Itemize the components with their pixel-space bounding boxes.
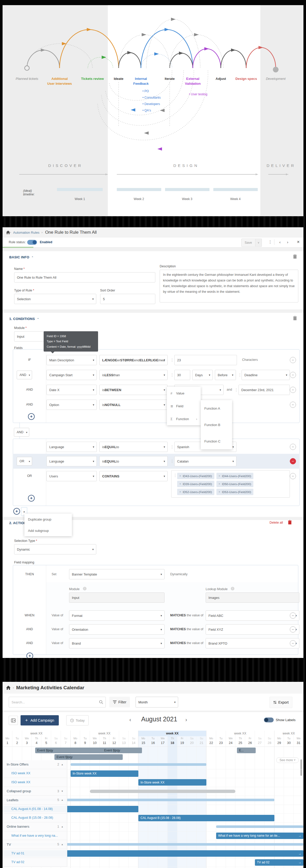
reference-select[interactable]: Deadline (242, 370, 290, 380)
date-input[interactable]: December 23rd, 2021 (239, 385, 290, 395)
name-input[interactable]: One Rule to Rule Them All (14, 272, 155, 282)
trash-icon-red[interactable] (288, 520, 292, 524)
scrollbar-thumb[interactable] (300, 760, 302, 776)
drag-handle[interactable]: ⋮ (234, 388, 237, 392)
sidebar-item-row[interactable]: TV ad 02 (3, 858, 67, 867)
collapse-group-icon[interactable]: ▲ (61, 799, 63, 801)
mapping-field-select[interactable]: Brand (69, 638, 164, 648)
campaign-link[interactable]: TV ad 01 (11, 851, 24, 855)
date-label[interactable]: 16 (148, 741, 158, 745)
kebab-menu-icon[interactable]: ⋮ (268, 240, 272, 244)
sidebar-item-row[interactable]: CAL August A (01.08 - 14.08) (3, 805, 67, 813)
user-chip[interactable]: ×ID53-Users-(Field200) (216, 489, 254, 495)
week-header-cell[interactable]: week XX (3, 731, 70, 736)
home-icon[interactable] (6, 686, 10, 690)
chip-remove-icon[interactable]: × (219, 483, 220, 485)
date-label[interactable]: 19 (177, 741, 187, 745)
delete-all-button[interactable]: Delete all (270, 521, 283, 524)
value-input[interactable]: 30 (174, 370, 190, 380)
reference-select[interactable]: Catalan (174, 456, 237, 466)
operator-select[interactable]: is BETWEEN (99, 385, 167, 395)
operator-select[interactable]: LÆNGDE er STØRRE end ELLER LIGE med (99, 355, 167, 365)
campaign-link[interactable]: CAL August A (01.08 - 14.08) (11, 807, 53, 811)
collapse-group-icon[interactable]: ▲ (61, 763, 63, 766)
date-label[interactable]: 12 (110, 741, 119, 745)
operator-select[interactable]: is EQUAL to (99, 442, 167, 452)
home-icon[interactable] (6, 230, 10, 234)
add-condition-button[interactable]: + (28, 413, 35, 420)
user-chip[interactable]: ×ID43-Users-(Field200) (177, 473, 214, 479)
event-bar[interactable]: E... (237, 748, 255, 753)
drag-handle[interactable]: ⋮ (173, 473, 176, 478)
mapping-target-select[interactable]: Field XYZ (206, 624, 299, 634)
drag-handle[interactable]: ⋮ (238, 373, 241, 377)
sidebar-group-row[interactable]: TV 5 ▲ (3, 840, 67, 849)
chips-container[interactable]: ⋮×ID43-Users-(Field200)×ID44-Users-(Fiel… (171, 470, 290, 498)
week-header-cell[interactable]: week XX (206, 731, 274, 736)
user-chip[interactable]: ×ID50-Users-(Field200) (216, 481, 254, 487)
menu-item-value[interactable]: #Value (167, 387, 201, 400)
group-name[interactable]: Collapsed group (7, 789, 31, 793)
field-select[interactable]: Users (47, 471, 97, 481)
week-header-cell[interactable]: week XX (139, 731, 206, 736)
date-label[interactable]: 5 (41, 741, 51, 745)
operator-select[interactable]: is LESS than (99, 370, 167, 380)
sidebar-group-row[interactable]: Collapsed group 3 ▼ (3, 787, 67, 796)
field-select[interactable]: Language (47, 442, 97, 452)
rule-status-toggle[interactable] (27, 240, 37, 245)
campaign-link[interactable]: TV ad 02 (11, 860, 24, 864)
field-select[interactable]: Main Description (47, 355, 97, 365)
remove-condition-button[interactable]: − (290, 458, 296, 464)
collapse-group-icon[interactable]: ▲ (61, 843, 63, 846)
remove-mapping-button[interactable]: − (290, 613, 296, 619)
mapping-field-select[interactable]: Orientation (69, 624, 164, 634)
description-textarea[interactable]: In the eighteenth century the German phi… (160, 270, 298, 303)
field-select[interactable]: Option (47, 400, 97, 410)
sidebar-item-row[interactable]: ISO week XX (3, 769, 67, 778)
date-label[interactable]: 18 (167, 741, 177, 745)
group-name[interactable]: In-Store Offers (7, 763, 29, 766)
add-campaign-button[interactable]: +Add Campaign (21, 715, 59, 725)
date-label[interactable]: 7 (61, 741, 70, 745)
event-bar[interactable]: Event fjlpqy (102, 748, 142, 753)
remove-mapping-button[interactable]: − (290, 626, 296, 632)
user-chip[interactable]: ×ID52-Users-(Field200) (177, 489, 214, 495)
date-label[interactable]: 17 (158, 741, 167, 745)
expand-group-icon[interactable]: ▼ (61, 790, 63, 793)
menu-item-duplicate-group[interactable]: Duplicate group (24, 514, 72, 525)
operator-select[interactable]: CONTAINS (99, 471, 167, 481)
drag-handle[interactable]: ⋮ (170, 459, 173, 464)
submenu-item[interactable]: Function A (201, 400, 232, 416)
export-button[interactable]: Export (270, 697, 293, 708)
date-label[interactable]: 29 (274, 741, 284, 745)
drag-handle[interactable]: ⋮ (170, 444, 173, 449)
date-label[interactable]: 26 (245, 741, 255, 745)
see-more-button[interactable]: See more ˅ (276, 757, 299, 763)
menu-item-function[interactable]: ΣFunction› (167, 412, 201, 425)
field-select[interactable]: Language (47, 456, 97, 466)
remove-condition-button[interactable]: − (290, 372, 296, 378)
date-label[interactable]: 10 (90, 741, 100, 745)
date-label[interactable]: 1 (3, 741, 12, 745)
group-name[interactable]: Leaflets (7, 798, 19, 802)
mapping-field-select[interactable]: Format (69, 611, 164, 621)
user-chip[interactable]: ×ID39-Users-(Field200) (177, 481, 214, 487)
date-label[interactable]: 13 (119, 741, 129, 745)
position-select[interactable]: Before (215, 370, 236, 380)
save-button[interactable]: Save (241, 239, 255, 247)
drag-handle[interactable]: ⋮ (170, 358, 173, 362)
date-label[interactable]: 20 (187, 741, 196, 745)
field-select[interactable]: Date X (47, 385, 97, 395)
type-of-rule-select[interactable]: Selection (14, 294, 96, 304)
menu-item-field[interactable]: ≣Field (167, 400, 201, 412)
campaign-bar[interactable]: In-Store week XX (70, 770, 139, 777)
user-chip[interactable]: ×ID44-Users-(Field200) (216, 473, 254, 479)
collapsed-group-bar[interactable] (90, 790, 236, 793)
save-options-button[interactable]: ˅ (255, 239, 262, 247)
field-select[interactable]: Campaign Start (47, 370, 97, 380)
today-button[interactable]: Today (66, 715, 89, 725)
add-condition-button[interactable]: + (28, 495, 35, 501)
date-label[interactable]: 8 (70, 741, 80, 745)
sidebar-group-row[interactable]: Leaflets 5 ▲ (3, 796, 67, 805)
remove-condition-button[interactable]: − (290, 402, 296, 408)
